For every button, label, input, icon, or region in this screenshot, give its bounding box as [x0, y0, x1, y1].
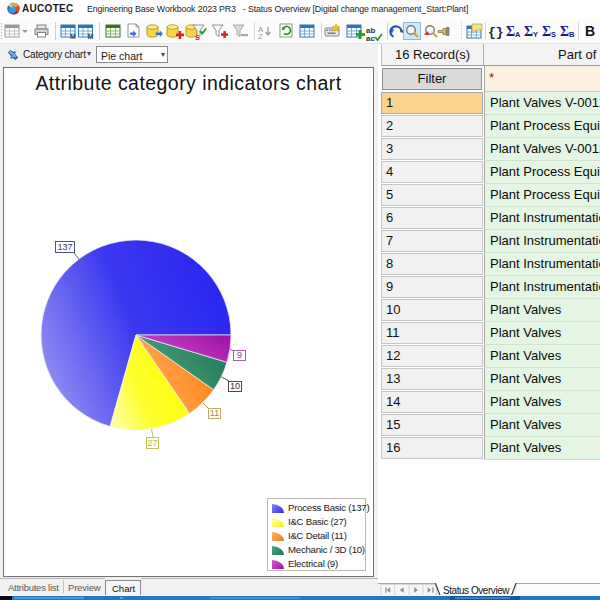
svg-text:M: M [70, 33, 76, 40]
svg-text:M: M [88, 33, 94, 40]
svg-text:B: B [585, 23, 595, 39]
svg-text:Σ: Σ [524, 24, 533, 39]
svg-text:Y: Y [533, 30, 538, 39]
svg-text:ac: ac [366, 34, 375, 43]
svg-text:{}: {} [488, 25, 504, 40]
svg-text:Σ: Σ [506, 24, 515, 39]
svg-text:S: S [551, 30, 556, 39]
svg-text:Z: Z [258, 32, 263, 41]
svg-text:Σ: Σ [560, 24, 569, 39]
svg-text:A: A [515, 30, 521, 39]
svg-text:B: B [569, 30, 575, 39]
svg-text:Σ: Σ [542, 24, 551, 39]
